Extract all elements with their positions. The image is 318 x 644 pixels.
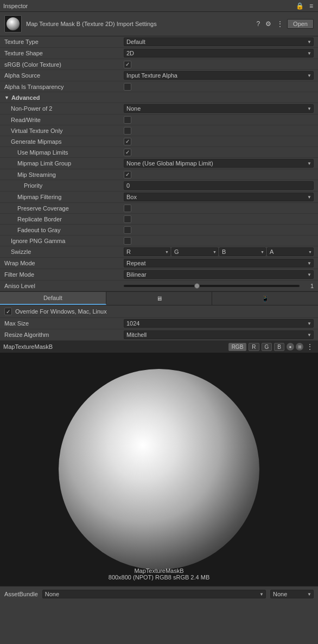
non-power-value[interactable]: None [124,104,314,113]
asset-bundle-variant-dropdown[interactable]: None [270,590,314,598]
preserve-coverage-value[interactable] [124,205,314,212]
virtual-texture-value[interactable] [124,127,314,135]
mipmap-filtering-dropdown[interactable]: Box [124,193,314,201]
texture-shape-value[interactable]: 2D [124,49,314,58]
lock-icon-btn[interactable]: 🔒 [294,2,306,10]
filter-mode-dropdown[interactable]: Bilinear [124,270,314,279]
generate-mipmaps-checkbox[interactable] [124,138,131,145]
menu-icon-btn[interactable]: ≡ [308,2,315,10]
aniso-slider-thumb[interactable] [194,283,200,289]
swizzle-value[interactable]: R G B A [124,247,314,256]
aniso-slider-track[interactable] [124,285,300,287]
wrap-mode-dropdown-wrap[interactable]: Repeat [124,259,314,267]
alpha-source-dropdown-wrap[interactable]: Input Texture Alpha [124,71,314,80]
kebab-icon-btn[interactable]: ⋮ [275,20,285,28]
fadeout-gray-value[interactable] [124,226,314,234]
texture-type-dropdown-wrap[interactable]: Default [124,37,314,46]
channel-rgb-btn[interactable]: RGB [228,343,247,351]
circle-icon-1[interactable]: ● [287,343,294,350]
mipmap-limit-group-dropdown[interactable]: None (Use Global Mipmap Limit) [124,159,314,168]
srgb-checkbox[interactable] [124,61,131,68]
non-power-dropdown[interactable]: None [124,104,314,113]
open-button[interactable]: Open [287,19,314,29]
swizzle-a-wrap[interactable]: A [267,247,314,256]
help-icon-btn[interactable]: ? [255,20,262,28]
swizzle-b-wrap[interactable]: B [219,247,266,256]
asset-bundle-name-dropdown-wrap[interactable]: None [42,590,266,598]
channel-g-btn[interactable]: G [262,343,272,351]
channel-r-btn[interactable]: R [249,343,259,351]
circle-icon-2[interactable]: ⊞ [296,343,303,350]
texture-type-value[interactable]: Default [124,37,314,46]
max-size-row: Max Size 1024 [0,318,318,329]
tab-default[interactable]: Default [0,292,106,305]
asset-bundle-variant-wrap[interactable]: None [270,590,314,598]
use-mipmap-checkbox[interactable] [124,149,131,156]
texture-shape-dropdown-wrap[interactable]: 2D [124,49,314,58]
tab-android[interactable]: 📱 [212,292,318,305]
swizzle-r-wrap[interactable]: R [124,247,170,256]
max-size-dropdown[interactable]: 1024 [124,319,314,328]
settings-icon-btn[interactable]: ⚙ [264,20,273,28]
ignore-png-row: Ignore PNG Gamma [0,235,318,246]
filter-mode-value[interactable]: Bilinear [124,270,314,279]
ignore-png-value[interactable] [124,237,314,245]
texture-type-dropdown[interactable]: Default [124,37,314,46]
filter-mode-dropdown-wrap[interactable]: Bilinear [124,270,314,279]
swizzle-r-dropdown[interactable]: R [124,247,170,256]
generate-mipmaps-value[interactable] [124,138,314,145]
replicate-border-value[interactable] [124,215,314,223]
virtual-texture-checkbox[interactable] [124,127,131,135]
preserve-coverage-checkbox[interactable] [124,205,131,212]
max-size-dropdown-wrap[interactable]: 1024 [124,319,314,328]
wrap-mode-value[interactable]: Repeat [124,259,314,267]
read-write-value[interactable] [124,116,314,124]
priority-input[interactable] [124,181,314,190]
srgb-value[interactable] [124,61,314,68]
mipmap-limit-group-label: Mipmap Limit Group [4,160,124,167]
resize-algo-dropdown-wrap[interactable]: Mitchell [124,330,314,339]
mipmap-limit-group-dropdown-wrap[interactable]: None (Use Global Mipmap Limit) [124,159,314,168]
replicate-border-checkbox[interactable] [124,215,131,223]
alpha-transparency-value[interactable] [124,83,314,91]
override-checkbox[interactable] [4,308,12,315]
ignore-png-checkbox[interactable] [124,237,131,245]
advanced-section-row[interactable]: ▼ Advanced [0,92,318,103]
priority-value[interactable] [124,181,314,190]
preview-menu-btn[interactable]: ⋮ [305,342,315,351]
wrap-mode-dropdown[interactable]: Repeat [124,259,314,267]
aniso-slider-wrap[interactable]: 1 [124,283,314,289]
fadeout-gray-checkbox[interactable] [124,226,131,234]
asset-bundle-name-wrap[interactable]: None [42,590,266,598]
texture-shape-dropdown[interactable]: 2D [124,49,314,58]
srgb-row: sRGB (Color Texture) [0,59,318,70]
swizzle-b-dropdown[interactable]: B [219,247,266,256]
header-title: Map Texture Mask B (Texture 2D) Import S… [26,21,157,27]
non-power-label: Non-Power of 2 [4,105,124,112]
resize-algo-dropdown[interactable]: Mitchell [124,330,314,339]
preview-info: MapTextureMaskB 800x800 (NPOT) RGB8 sRGB… [0,568,318,581]
aniso-level-value[interactable]: 1 [124,283,314,289]
read-write-checkbox[interactable] [124,116,131,124]
swizzle-g-dropdown[interactable]: G [171,247,218,256]
channel-b-btn[interactable]: B [274,343,284,351]
asset-bundle-bar: AssetBundle None None [0,586,318,601]
swizzle-g-wrap[interactable]: G [171,247,218,256]
advanced-label: Advanced [11,94,131,101]
alpha-source-value[interactable]: Input Texture Alpha [124,71,314,80]
mipmap-limit-group-value[interactable]: None (Use Global Mipmap Limit) [124,159,314,168]
max-size-value[interactable]: 1024 [124,319,314,328]
asset-bundle-variant-dropdown-wrap[interactable]: None [270,590,314,598]
use-mipmap-value[interactable] [124,149,314,156]
resize-algo-value[interactable]: Mitchell [124,330,314,339]
mipmap-filtering-value[interactable]: Box [124,193,314,201]
mip-streaming-value[interactable] [124,171,314,178]
non-power-dropdown-wrap[interactable]: None [124,104,314,113]
mip-streaming-checkbox[interactable] [124,171,131,178]
asset-bundle-name-dropdown[interactable]: None [42,590,266,598]
mipmap-filtering-dropdown-wrap[interactable]: Box [124,193,314,201]
alpha-source-dropdown[interactable]: Input Texture Alpha [124,71,314,80]
tab-pc[interactable]: 🖥 [106,292,213,305]
swizzle-a-dropdown[interactable]: A [267,247,314,256]
alpha-transparency-checkbox[interactable] [124,83,131,91]
